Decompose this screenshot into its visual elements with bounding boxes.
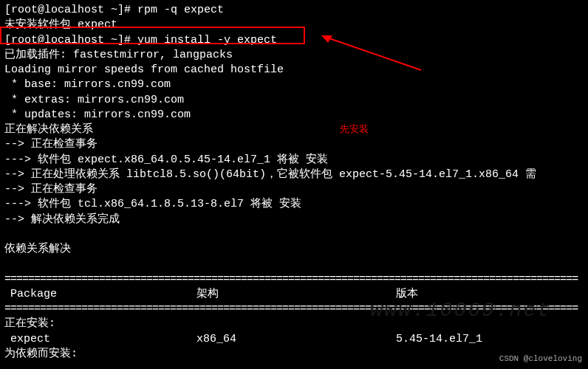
terminal-line: 正在解决依赖关系 bbox=[4, 123, 584, 137]
col-package: Package bbox=[4, 287, 196, 302]
prompt: [root@localhost ~]# bbox=[4, 4, 137, 16]
col-version: 版本 bbox=[396, 287, 584, 302]
prompt: [root@localhost ~]# bbox=[4, 34, 137, 46]
table-row: expect x86_64 5.45-14.el7_1 bbox=[4, 332, 584, 347]
terminal-line: [root@localhost ~]# yum install -y expec… bbox=[4, 33, 584, 48]
section-label: 正在安装: bbox=[4, 317, 584, 331]
terminal-line: ---> 软件包 tcl.x86_64.1.8.5.13-8.el7 将被 安装 bbox=[4, 197, 584, 212]
section-label: 为依赖而安装: bbox=[4, 347, 584, 362]
separator-line: ========================================… bbox=[4, 272, 584, 287]
cell-version: 5.45-14.el7_1 bbox=[396, 332, 584, 347]
separator-line: ========================================… bbox=[4, 302, 584, 317]
blank-line bbox=[4, 257, 584, 272]
command-text: yum install -y expect bbox=[137, 34, 277, 46]
terminal-line: * extras: mirrors.cn99.com bbox=[4, 93, 584, 108]
terminal-line: --> 解决依赖关系完成 bbox=[4, 213, 584, 227]
blank-line bbox=[4, 227, 584, 242]
cell-arch: x86_64 bbox=[196, 332, 396, 347]
terminal-line: * updates: mirrors.cn99.com bbox=[4, 108, 584, 123]
terminal-line: 依赖关系解决 bbox=[4, 242, 584, 257]
terminal-line: * base: mirrors.cn99.com bbox=[4, 77, 584, 92]
command-text: rpm -q expect bbox=[137, 4, 224, 16]
terminal-line: [root@localhost ~]# rpm -q expect bbox=[4, 3, 584, 18]
terminal-line: 未安装软件包 expect bbox=[4, 18, 584, 32]
terminal-line: 已加载插件: fastestmirror, langpacks bbox=[4, 48, 584, 63]
attribution: CSDN @cloveloving bbox=[499, 354, 582, 365]
terminal-line: ---> 软件包 expect.x86_64.0.5.45-14.el7_1 将… bbox=[4, 153, 584, 168]
terminal-line: --> 正在处理依赖关系 libtcl8.5.so()(64bit)，它被软件包… bbox=[4, 168, 584, 182]
terminal-line: --> 正在检查事务 bbox=[4, 137, 584, 152]
terminal-line: --> 正在检查事务 bbox=[4, 182, 584, 197]
terminal-line: Loading mirror speeds from cached hostfi… bbox=[4, 63, 584, 77]
table-header-row: Package 架构 版本 bbox=[4, 287, 584, 302]
cell-package: expect bbox=[4, 332, 196, 347]
annotation-text: 先安装 bbox=[340, 123, 369, 137]
col-arch: 架构 bbox=[196, 287, 396, 302]
